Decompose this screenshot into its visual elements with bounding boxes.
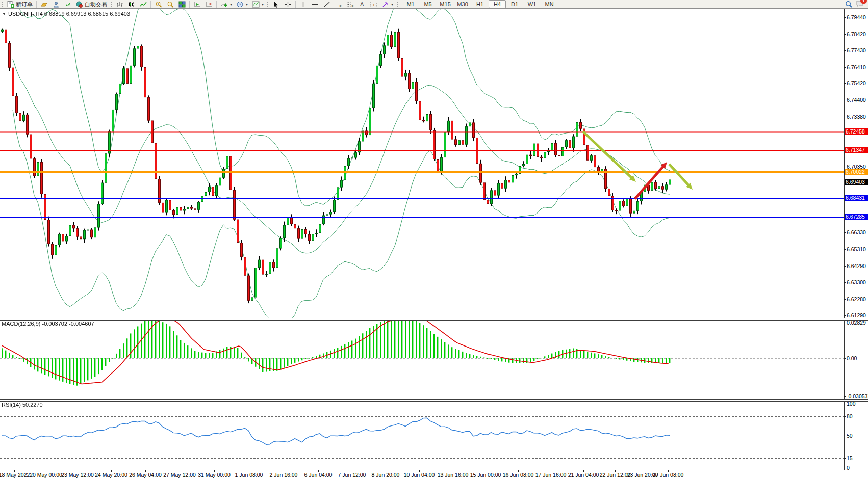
axis-label: 6.75420 xyxy=(847,80,868,86)
timeframe-button-H1[interactable]: H1 xyxy=(471,0,489,8)
axis-tick xyxy=(844,100,846,100)
label-tool-button[interactable]: T xyxy=(368,0,379,8)
bar-chart-button[interactable] xyxy=(114,0,125,8)
line-chart-button[interactable] xyxy=(137,0,149,8)
fibonacci-icon: F xyxy=(346,1,354,8)
time-label: 20 May 00:00 xyxy=(30,472,62,478)
main-chart-canvas[interactable] xyxy=(0,9,844,318)
crosshair-icon xyxy=(284,1,292,8)
vertical-line-tool-button[interactable] xyxy=(297,0,309,8)
price-line-badge: 6.72458 xyxy=(845,128,868,135)
price-line-badge: 6.70022 xyxy=(845,169,868,175)
svg-text:E: E xyxy=(340,5,342,8)
community-button[interactable] xyxy=(50,0,62,8)
chat-button[interactable]: 1 xyxy=(856,0,864,8)
arrow-objects-icon xyxy=(381,1,389,8)
candlestick-icon xyxy=(127,1,135,8)
search-icon[interactable] xyxy=(845,1,853,8)
chart-title: ▼USDCNH-,H4 6.68819 6.69913 6.68615 6.69… xyxy=(2,11,130,17)
fibonacci-tool-button[interactable]: F xyxy=(344,0,356,8)
timeframe-button-D1[interactable]: D1 xyxy=(506,0,523,8)
indicators-dropdown-icon: ▾ xyxy=(230,2,232,7)
toolbar-grip[interactable] xyxy=(396,1,399,7)
panel-divider[interactable] xyxy=(0,318,868,321)
trendline-tool-button[interactable] xyxy=(321,0,333,8)
time-label: 31 May 00:00 xyxy=(198,472,231,478)
autotrading-button[interactable]: 自动交易 xyxy=(73,0,109,8)
arrows-tool-button[interactable]: ▾ xyxy=(379,0,395,8)
panel-divider[interactable] xyxy=(0,399,868,402)
axis-label: 15 xyxy=(847,455,868,461)
price-line-badge: 6.67285 xyxy=(845,214,868,220)
axis-tick xyxy=(844,17,846,18)
candlestick-button[interactable] xyxy=(125,0,137,8)
templates-icon xyxy=(252,1,260,8)
tile-windows-button[interactable] xyxy=(176,0,188,8)
time-label: 2 Jun 16:00 xyxy=(270,472,298,478)
axis-label: 6.65310 xyxy=(847,246,868,252)
templates-button[interactable]: ▾ xyxy=(250,0,266,8)
toolbar-grip[interactable] xyxy=(1,1,4,7)
cursor-icon xyxy=(272,1,280,8)
bar-chart-icon xyxy=(116,1,123,8)
timeframe-button-MN[interactable]: MN xyxy=(541,0,558,8)
gold-button[interactable] xyxy=(38,0,50,8)
autotrading-icon xyxy=(75,1,83,8)
axis-tick xyxy=(844,468,846,468)
channel-tool-button[interactable]: E xyxy=(333,0,344,8)
rsi-panel-canvas[interactable] xyxy=(0,401,844,470)
trendline-icon xyxy=(323,1,330,8)
autotrading-label: 自动交易 xyxy=(85,1,107,8)
axis-label: 6.77430 xyxy=(847,47,868,54)
text-tool-button[interactable]: A xyxy=(356,0,368,8)
axis-label: 6.78420 xyxy=(847,31,868,37)
horizontal-line-icon xyxy=(311,1,319,8)
horizontal-line-tool-button[interactable] xyxy=(309,0,321,8)
time-axis[interactable]: 18 May 202220 May 00:0023 May 12:0024 Ma… xyxy=(0,470,868,479)
timeframe-button-M15[interactable]: M15 xyxy=(437,0,454,8)
indicators-button[interactable]: ▾ xyxy=(218,0,234,8)
time-label: 10 Jun 04:00 xyxy=(404,472,435,478)
timeframe-button-M1[interactable]: M1 xyxy=(402,0,419,8)
toolbar-grip[interactable] xyxy=(267,1,269,7)
auto-scroll-icon xyxy=(193,1,201,8)
periods-button[interactable]: ▾ xyxy=(234,0,250,8)
zoom-out-button[interactable] xyxy=(164,0,176,8)
user-cloud-icon xyxy=(52,1,60,8)
current-price-badge: 6.69403 xyxy=(845,179,868,185)
axis-tick xyxy=(844,266,846,267)
signals-button[interactable] xyxy=(62,0,73,8)
notification-badge: 1 xyxy=(860,0,867,4)
timeframe-button-M5[interactable]: M5 xyxy=(419,0,437,8)
price-line-badge: 6.68431 xyxy=(845,195,868,201)
cursor-tool-button[interactable] xyxy=(270,0,282,8)
time-label: 27 May 12:00 xyxy=(163,472,196,478)
axis-tick xyxy=(844,117,846,117)
timeframe-button-H4[interactable]: H4 xyxy=(489,0,506,8)
timeframe-button-M30[interactable]: M30 xyxy=(454,0,471,8)
toolbar-grip[interactable] xyxy=(110,1,113,7)
macd-panel-canvas[interactable] xyxy=(0,320,844,399)
axis-tick xyxy=(844,458,846,459)
crosshair-tool-button[interactable] xyxy=(282,0,294,8)
axis-tick xyxy=(844,232,846,233)
axis-tick xyxy=(844,416,846,417)
time-label: 24 May 20:00 xyxy=(95,472,127,478)
time-label: 27 Jun 08:00 xyxy=(653,472,684,478)
new-order-icon xyxy=(7,1,14,8)
time-label: 16 Jun 08:00 xyxy=(503,472,534,478)
axis-tick xyxy=(844,50,846,51)
new-order-button[interactable]: 新订单 xyxy=(5,0,35,8)
auto-scroll-button[interactable] xyxy=(191,0,203,8)
chart-shift-button[interactable] xyxy=(203,0,215,8)
axis-label: 6.73380 xyxy=(847,114,868,120)
vertical-line-icon xyxy=(299,1,307,8)
periods-dropdown-icon: ▾ xyxy=(246,2,248,7)
templates-dropdown-icon: ▾ xyxy=(262,2,264,7)
zoom-in-button[interactable] xyxy=(152,0,164,8)
symbol-dropdown-icon[interactable]: ▼ xyxy=(2,12,6,16)
new-order-label: 新订单 xyxy=(16,1,33,8)
indicators-icon xyxy=(220,1,228,8)
timeframe-button-W1[interactable]: W1 xyxy=(523,0,541,8)
text-label-icon: T xyxy=(370,1,377,8)
